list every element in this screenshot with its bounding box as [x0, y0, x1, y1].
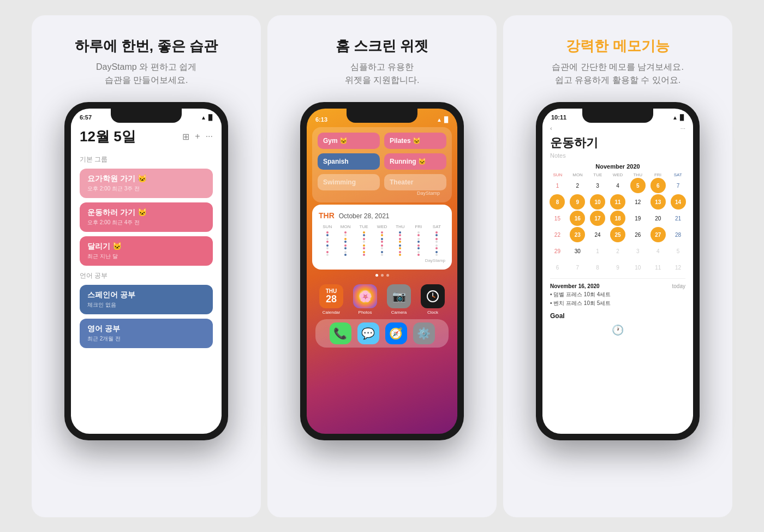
widget-pilates[interactable]: Pilates 🐱 [384, 133, 446, 149]
cal-day-14[interactable]: 14 [671, 194, 686, 210]
cal-day-35: 5 [671, 243, 686, 259]
cal-dots-row-1 [319, 231, 445, 236]
cal-thu: THU [628, 172, 648, 178]
habit-card-1[interactable]: 요가학원 가기 🐱 오후 2:00 최근 3주 전 [80, 169, 213, 198]
habit-title-4: 스페인어 공부 [87, 290, 205, 300]
cal-day-29[interactable]: 29 [550, 243, 565, 259]
cal-day-40: 10 [630, 260, 646, 275]
camera-app-icon: 📷 [387, 284, 411, 308]
cal-day-1[interactable]: 1 [550, 178, 565, 193]
bottom-icon: 🕐 [542, 322, 693, 338]
cal-day-21[interactable]: 21 [671, 211, 686, 226]
status-icons-1: ▲ ▉ [201, 115, 213, 121]
widget-swimming[interactable]: Swimming [318, 174, 380, 190]
photos-app-icon: 🌸 [353, 284, 377, 308]
cal-day-8[interactable]: 8 [550, 194, 565, 210]
cal-day-6[interactable]: 6 [650, 178, 666, 193]
cal-day-30[interactable]: 30 [570, 243, 585, 259]
cal-day-27[interactable]: 27 [650, 227, 666, 242]
cal-day-38: 8 [590, 260, 605, 275]
phone-mockup-2: 6:13 ▲ ▉ Gym 🐱 Pilates 🐱 Spanish Running… [300, 102, 464, 440]
cal-day-22[interactable]: 22 [550, 227, 565, 242]
cal-day-26[interactable]: 26 [630, 227, 646, 242]
home-app-calendar[interactable]: THU28 Calendar [315, 284, 347, 315]
dock-messages[interactable]: 💬 [357, 322, 379, 344]
home-app-camera[interactable]: 📷 Camera [383, 284, 415, 315]
camera-app-label: Camera [391, 310, 407, 315]
cal-day-20[interactable]: 20 [650, 211, 666, 226]
home-app-photos[interactable]: 🌸 Photos [349, 284, 381, 315]
widget-spanish[interactable]: Spanish [318, 153, 380, 170]
dock-phone[interactable]: 📞 [330, 322, 351, 344]
cal-day-15[interactable]: 15 [550, 211, 565, 226]
clock-icon: 🕐 [612, 324, 624, 336]
screen3-nav: ‹ ··· [542, 123, 693, 135]
header-icons: ⊞ + ··· [182, 131, 213, 142]
cal-day-18[interactable]: 18 [610, 211, 625, 226]
cal-day-16[interactable]: 16 [570, 211, 585, 226]
habit-sub-5: 최근 2개월 전 [87, 335, 205, 343]
calendar-app-icon: THU28 [319, 284, 343, 308]
cal-day-11[interactable]: 11 [610, 194, 625, 210]
cal-dots-row-4 [319, 251, 445, 256]
widget-gym[interactable]: Gym 🐱 [318, 133, 380, 149]
habit-title-3: 달리기 🐱 [87, 242, 205, 252]
cal-day-3[interactable]: 3 [590, 178, 605, 193]
panel3-subtitle: 습관에 간단한 메모를 남겨보세요.쉽고 유용하게 활용할 수 있어요. [552, 61, 684, 87]
page-dot-3 [386, 274, 389, 277]
cal-day-17[interactable]: 17 [590, 211, 605, 226]
wifi-icon: ▲ [201, 115, 206, 121]
widget-theater[interactable]: Theater [384, 174, 446, 190]
cal-day-9[interactable]: 9 [570, 194, 585, 210]
cal-sun: SUN [548, 172, 568, 178]
cal-day-7[interactable]: 7 [671, 178, 686, 193]
section-label-2: 언어 공부 [80, 271, 213, 280]
habit-card-2[interactable]: 운동하러 가기 🐱 오후 2:00 최근 4주 전 [80, 202, 213, 232]
add-icon[interactable]: + [195, 131, 200, 142]
habit-card-4[interactable]: 스페인어 공부 체크인 없음 [80, 285, 213, 314]
section-label-1: 기본 그룹 [80, 155, 213, 164]
cal-day-36: 6 [550, 260, 565, 275]
phone-screen-3: 10:11 ▲ ▉ ‹ ··· 운동하기 Notes November 2020… [542, 109, 693, 434]
notch-3 [582, 109, 653, 123]
habit-title-1: 요가학원 가기 🐱 [87, 174, 205, 184]
cal-day-4[interactable]: 4 [610, 178, 625, 193]
clock-app-label: Clock [427, 310, 438, 315]
cal-day-23[interactable]: 23 [570, 227, 585, 242]
widget-running[interactable]: Running 🐱 [384, 153, 446, 170]
home-app-clock[interactable]: Clock [417, 284, 449, 315]
cal-day-25[interactable]: 25 [610, 227, 625, 242]
cal-day-2[interactable]: 2 [570, 178, 585, 193]
time-3: 10:11 [551, 114, 566, 121]
panel2-title: 홈 스크린 위젯 [336, 37, 428, 56]
back-button[interactable]: ‹ [550, 125, 552, 131]
phone-screen-2: 6:13 ▲ ▉ Gym 🐱 Pilates 🐱 Spanish Running… [307, 109, 457, 434]
screen1-header: 12월 5일 ⊞ + ··· [80, 123, 213, 153]
home-icons-row: THU28 Calendar 🌸 Photos 📷 Camera [307, 280, 457, 319]
habit-sub-4: 체크인 없음 [87, 301, 205, 309]
panel1-title: 하루에 한번, 좋은 습관 [75, 37, 218, 56]
panel2-subtitle: 심플하고 유용한위젯을 지원합니다. [345, 61, 420, 87]
cal-wed: WED [608, 172, 628, 178]
cal-day-5[interactable]: 5 [630, 178, 646, 193]
cal-day-12[interactable]: 12 [630, 194, 646, 210]
wifi-icon-3: ▲ [672, 115, 678, 121]
more-button-3[interactable]: ··· [681, 125, 685, 131]
dock-settings[interactable]: ⚙️ [413, 322, 435, 344]
habit-sub-3: 최근 지난 달 [87, 253, 205, 260]
cal-widget-header: THR October 28, 2021 [319, 211, 445, 220]
habit-card-3[interactable]: 달리기 🐱 최근 지난 달 [80, 236, 213, 266]
calendar-icon[interactable]: ⊞ [182, 131, 189, 142]
dock-safari[interactable]: 🧭 [385, 322, 407, 344]
cal-day-19[interactable]: 19 [630, 211, 646, 226]
cal-dots-row-2 [319, 238, 445, 243]
more-icon[interactable]: ··· [206, 131, 213, 142]
cal-day-28[interactable]: 28 [671, 227, 686, 242]
habit-card-5[interactable]: 영어 공부 최근 2개월 전 [80, 319, 213, 348]
cal-date-text: October 28, 2021 [339, 212, 390, 220]
notes-placeholder[interactable]: Notes [542, 152, 693, 163]
cal-day-10[interactable]: 10 [590, 194, 605, 210]
panel-2: 홈 스크린 위젯 심플하고 유용한위젯을 지원합니다. 6:13 ▲ ▉ Gym… [267, 15, 497, 517]
cal-day-13[interactable]: 13 [650, 194, 666, 210]
cal-day-24[interactable]: 24 [590, 227, 605, 242]
